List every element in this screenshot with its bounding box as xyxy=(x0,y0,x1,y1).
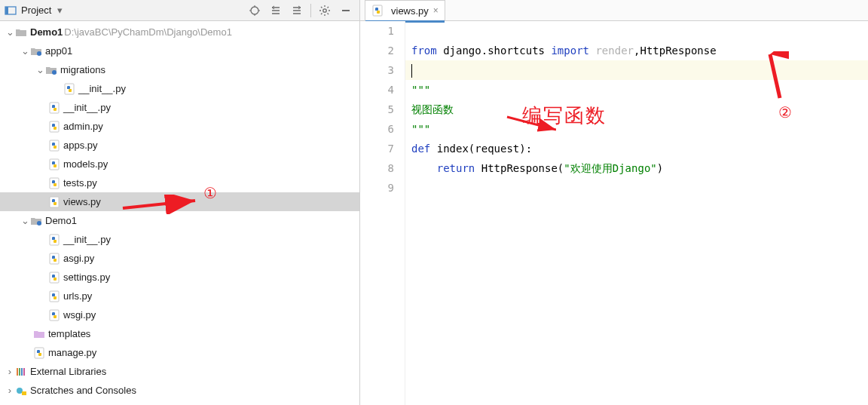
code-line: 视图函数 xyxy=(411,100,868,119)
python-file-icon xyxy=(48,140,60,152)
line-number: 1 xyxy=(360,21,394,41)
editor-area: views.py × 1 2 3 4 5 6 7 8 9 from django… xyxy=(360,0,868,405)
svg-rect-32 xyxy=(35,348,44,358)
tree-node-wsgi[interactable]: wsgi.py xyxy=(0,305,359,324)
line-number: 7 xyxy=(360,139,394,158)
tree-node-models[interactable]: models.py xyxy=(0,155,359,173)
svg-rect-36 xyxy=(23,368,25,376)
python-file-icon xyxy=(48,196,60,208)
svg-rect-22 xyxy=(50,140,59,151)
tree-node-urls[interactable]: urls.py xyxy=(0,287,359,305)
editor-tab-label: views.py xyxy=(391,5,429,17)
line-number: 2 xyxy=(360,41,394,60)
tree-node-admin[interactable]: admin.py xyxy=(0,117,359,136)
hide-panel-button[interactable] xyxy=(337,2,355,20)
expand-all-button[interactable] xyxy=(267,2,285,20)
tree-node-settings[interactable]: settings.py xyxy=(0,268,359,287)
caret-down-icon[interactable]: ⌄ xyxy=(20,215,30,226)
text-cursor xyxy=(411,64,412,78)
line-number: 9 xyxy=(360,178,394,198)
tree-node-pkg-init[interactable]: __init__.py xyxy=(0,230,359,249)
tree-node-label: Demo1 xyxy=(30,26,63,38)
tree-node-label: templates xyxy=(48,328,90,339)
collapse-all-button[interactable] xyxy=(288,2,306,20)
python-package-icon xyxy=(30,46,42,57)
tree-node-demo1-pkg[interactable]: ⌄ Demo1 xyxy=(0,211,359,230)
line-number: 3 xyxy=(360,60,394,80)
python-file-icon xyxy=(48,177,60,189)
tree-node-label: admin.py xyxy=(63,121,103,132)
project-view-dropdown-icon[interactable]: ▾ xyxy=(57,5,63,16)
caret-down-icon[interactable]: ⌄ xyxy=(5,26,15,38)
project-tool-window: Project ▾ ⌄ Demo1 D:\javaBC\PyChamDm\Dja… xyxy=(0,0,360,405)
tree-node-manage[interactable]: manage.py xyxy=(0,343,359,362)
svg-rect-25 xyxy=(50,197,59,207)
svg-rect-27 xyxy=(50,235,59,245)
project-tree[interactable]: ⌄ Demo1 D:\javaBC\PyChamDm\Django\Demo1 … xyxy=(0,21,359,405)
scratches-icon xyxy=(15,385,27,396)
svg-rect-21 xyxy=(50,121,59,132)
svg-rect-16 xyxy=(342,10,350,11)
svg-rect-34 xyxy=(19,368,20,376)
svg-rect-20 xyxy=(50,103,59,113)
tree-node-label: Demo1 xyxy=(45,215,77,226)
python-file-icon xyxy=(48,272,60,284)
tree-node-templates[interactable]: templates xyxy=(0,324,359,343)
svg-rect-35 xyxy=(21,368,23,376)
caret-right-icon[interactable]: › xyxy=(5,366,15,377)
tree-node-label: app01 xyxy=(45,45,72,57)
toolbar-divider xyxy=(310,4,311,17)
tree-node-label: asgi.py xyxy=(63,253,94,264)
python-package-icon xyxy=(45,65,57,75)
settings-gear-button[interactable] xyxy=(316,2,334,20)
code-editor[interactable]: 1 2 3 4 5 6 7 8 9 from django.shortcuts … xyxy=(360,21,868,405)
locate-file-button[interactable] xyxy=(246,2,264,20)
tree-node-views[interactable]: views.py xyxy=(0,192,359,211)
python-file-icon xyxy=(48,102,60,114)
tree-node-label: migrations xyxy=(60,64,105,75)
caret-right-icon[interactable]: › xyxy=(5,385,15,396)
python-file-icon xyxy=(371,5,384,17)
code-content[interactable]: from django.shortcuts import render,Http… xyxy=(405,21,868,198)
svg-line-12 xyxy=(321,7,322,8)
svg-point-37 xyxy=(17,388,23,394)
tree-node-migrations[interactable]: ⌄ migrations xyxy=(0,60,359,79)
tree-node-app01[interactable]: ⌄ app01 xyxy=(0,41,359,60)
tree-node-label: __init__.py xyxy=(63,102,111,113)
caret-down-icon[interactable]: ⌄ xyxy=(35,64,45,75)
tree-node-migrations-init[interactable]: __init__.py xyxy=(0,79,359,98)
code-line xyxy=(411,60,868,80)
tree-node-label: Scratches and Consoles xyxy=(30,385,136,396)
tree-node-label: manage.py xyxy=(48,347,96,358)
editor-tab-bar: views.py × xyxy=(360,0,868,21)
svg-rect-19 xyxy=(65,84,74,94)
tree-node-asgi[interactable]: asgi.py xyxy=(0,249,359,268)
tree-node-label: urls.py xyxy=(63,290,92,302)
python-file-icon xyxy=(48,290,60,302)
editor-tab-views[interactable]: views.py × xyxy=(365,0,445,20)
tree-node-label: views.py xyxy=(63,196,101,207)
svg-rect-33 xyxy=(17,368,18,376)
svg-point-2 xyxy=(251,7,258,14)
tree-node-external-libraries[interactable]: › External Libraries xyxy=(0,362,359,381)
tree-node-app01-init[interactable]: __init__.py xyxy=(0,98,359,117)
tree-node-path: D:\javaBC\PyChamDm\Django\Demo1 xyxy=(64,26,232,38)
tree-node-scratches[interactable]: › Scratches and Consoles xyxy=(0,381,359,400)
python-file-icon xyxy=(63,83,75,95)
svg-rect-24 xyxy=(50,178,59,189)
project-view-icon xyxy=(5,5,17,17)
tree-node-apps[interactable]: apps.py xyxy=(0,136,359,155)
close-tab-icon[interactable]: × xyxy=(433,5,439,16)
tree-node-tests[interactable]: tests.py xyxy=(0,173,359,192)
code-line: """ xyxy=(411,119,868,139)
svg-line-15 xyxy=(328,7,329,8)
folder-icon xyxy=(33,329,45,339)
project-panel-title[interactable]: Project xyxy=(21,5,51,16)
tree-node-project-root[interactable]: ⌄ Demo1 D:\javaBC\PyChamDm\Django\Demo1 xyxy=(0,23,359,41)
code-line: from django.shortcuts import render,Http… xyxy=(411,41,868,60)
libraries-icon xyxy=(15,367,27,377)
tree-node-label: settings.py xyxy=(63,272,110,283)
python-file-icon xyxy=(33,347,45,359)
caret-down-icon[interactable]: ⌄ xyxy=(20,45,30,57)
svg-point-7 xyxy=(323,8,326,11)
